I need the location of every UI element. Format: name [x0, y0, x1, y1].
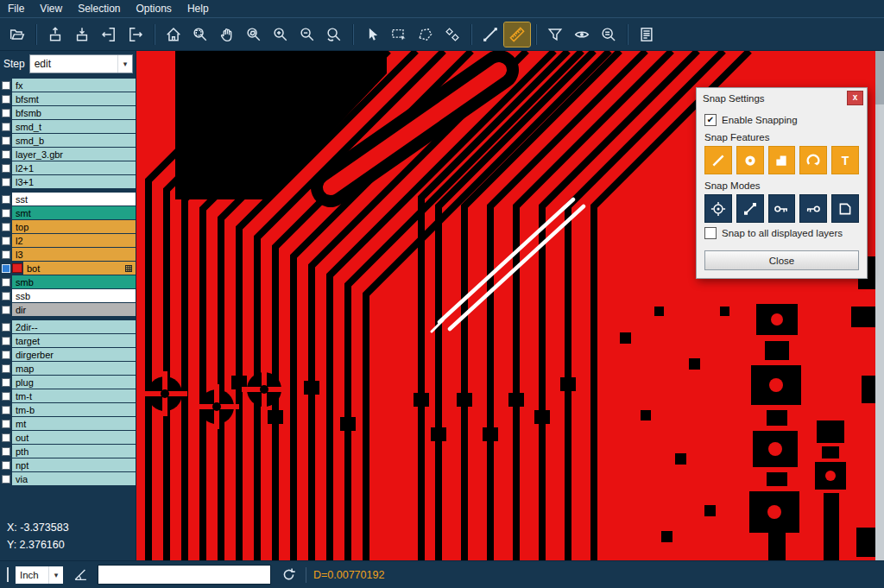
layer-row-npt[interactable]: npt [0, 458, 136, 471]
load-job-button[interactable] [96, 22, 122, 47]
layer-row-l3+1[interactable]: l3+1 [0, 175, 136, 188]
layer-row-l2+1[interactable]: l2+1 [0, 161, 136, 174]
checkbox-box[interactable]: ✔ [704, 114, 717, 126]
enable-snapping-checkbox[interactable]: ✔ Enable Snapping [704, 114, 859, 126]
zoom-window-button[interactable] [187, 22, 213, 47]
open-file-button[interactable] [4, 22, 30, 47]
layer-visibility-checkbox[interactable] [0, 458, 12, 471]
zoom-polygon-button[interactable] [241, 22, 267, 47]
layer-row-2dir--[interactable]: 2dir-- [0, 320, 136, 333]
find-net-button[interactable] [596, 22, 622, 47]
layer-row-sst[interactable]: sst [0, 193, 136, 205]
layer-visibility-checkbox[interactable] [0, 234, 12, 247]
dialog-titlebar[interactable]: Snap Settings x [697, 88, 867, 108]
zoom-home-button[interactable] [161, 22, 186, 47]
layer-visibility-checkbox[interactable] [0, 193, 12, 205]
layer-row-layer_3.gbr[interactable]: layer_3.gbr [0, 148, 136, 161]
step-select[interactable]: edit ▾ [29, 54, 133, 73]
snap-to-corner-button[interactable] [768, 146, 796, 174]
layer-row-pth[interactable]: pth [0, 445, 136, 458]
scrollbar-thumb[interactable] [875, 51, 884, 104]
layer-row-bot[interactable]: bot [0, 262, 136, 275]
layer-visibility-checkbox[interactable] [0, 403, 12, 416]
layer-row-bfsmb[interactable]: bfsmb [0, 106, 136, 119]
layer-visibility-checkbox[interactable] [0, 79, 12, 92]
layer-visibility-checkbox[interactable] [0, 445, 12, 458]
layer-row-l3[interactable]: l3 [0, 248, 136, 261]
snap-to-line-button[interactable] [704, 146, 732, 174]
view-options-button[interactable] [569, 22, 595, 47]
layer-visibility-checkbox[interactable] [0, 376, 12, 389]
menu-file[interactable]: File [0, 1, 32, 16]
layer-row-plug[interactable]: plug [0, 376, 136, 389]
layer-row-out[interactable]: out [0, 431, 136, 444]
layer-visibility-checkbox[interactable] [0, 220, 12, 233]
layer-visibility-checkbox[interactable] [0, 262, 12, 275]
layer-row-dirgerber[interactable]: dirgerber [0, 348, 136, 361]
refresh-icon[interactable] [278, 565, 299, 585]
layer-row-ssb[interactable]: ssb [0, 289, 136, 302]
pan-button[interactable] [214, 22, 240, 47]
layer-row-top[interactable]: top [0, 220, 136, 233]
layer-row-bfsmt[interactable]: bfsmt [0, 92, 136, 105]
layer-visibility-checkbox[interactable] [0, 334, 12, 347]
layer-visibility-checkbox[interactable] [0, 348, 12, 361]
gerber-canvas[interactable]: Snap Settings x ✔ Enable Snapping Snap F… [136, 51, 884, 560]
select-pointer-button[interactable] [359, 22, 385, 47]
snap-to-text-button[interactable]: T [831, 146, 859, 174]
layer-visibility-checkbox[interactable] [0, 161, 12, 174]
layer-row-map[interactable]: map [0, 362, 136, 375]
draw-line-button[interactable] [477, 22, 503, 47]
save-job-button[interactable] [123, 22, 148, 47]
layer-visibility-checkbox[interactable] [0, 389, 12, 402]
layer-visibility-checkbox[interactable] [0, 417, 12, 430]
menu-view[interactable]: View [32, 1, 70, 16]
layer-row-fx[interactable]: fx [0, 79, 136, 92]
layer-visibility-checkbox[interactable] [0, 175, 12, 188]
angle-tool-button[interactable] [70, 565, 91, 585]
layer-row-mt[interactable]: mt [0, 417, 136, 430]
layer-visibility-checkbox[interactable] [0, 320, 12, 333]
measure-button[interactable] [504, 22, 530, 47]
snap-mode-outline-button[interactable] [831, 194, 859, 223]
layer-visibility-checkbox[interactable] [0, 303, 12, 316]
layer-row-smd_b[interactable]: smd_b [0, 134, 136, 147]
layer-row-dir[interactable]: dir [0, 303, 136, 316]
select-rectangle-button[interactable] [386, 22, 412, 47]
layer-row-l2[interactable]: l2 [0, 234, 136, 247]
import-layers-button[interactable] [42, 22, 68, 47]
layer-visibility-checkbox[interactable] [0, 362, 12, 375]
export-layers-button[interactable] [69, 22, 95, 47]
menu-selection[interactable]: Selection [70, 1, 128, 16]
zoom-previous-button[interactable] [321, 22, 347, 47]
zoom-in-button[interactable] [268, 22, 294, 47]
filter-button[interactable] [542, 22, 568, 47]
layer-row-smb[interactable]: smb [0, 275, 136, 288]
layer-visibility-checkbox[interactable] [0, 431, 12, 444]
layer-visibility-checkbox[interactable] [0, 120, 12, 133]
layer-visibility-checkbox[interactable] [0, 275, 12, 288]
layer-row-tm-b[interactable]: tm-b [0, 403, 136, 416]
snap-mode-center-button[interactable] [704, 194, 732, 223]
layer-row-via[interactable]: via [0, 472, 136, 485]
layer-visibility-checkbox[interactable] [0, 92, 12, 105]
layer-visibility-checkbox[interactable] [0, 289, 12, 302]
select-polygon-button[interactable] [413, 22, 439, 47]
layer-visibility-checkbox[interactable] [0, 106, 12, 119]
layer-visibility-checkbox[interactable] [0, 248, 12, 261]
unit-select[interactable]: Inch ▾ [16, 566, 63, 584]
vertical-scrollbar[interactable] [875, 51, 884, 560]
menu-options[interactable]: Options [129, 1, 180, 16]
menu-help[interactable]: Help [180, 1, 217, 16]
layer-visibility-checkbox[interactable] [0, 134, 12, 147]
snap-all-layers-checkbox[interactable]: Snap to all displayed layers [704, 227, 859, 239]
select-multiple-button[interactable] [439, 22, 465, 47]
dialog-close-icon[interactable]: x [847, 91, 863, 105]
snap-mode-slot-right-button[interactable] [799, 194, 827, 223]
layer-visibility-checkbox[interactable] [0, 148, 12, 161]
layer-visibility-checkbox[interactable] [0, 472, 12, 485]
layer-row-smd_t[interactable]: smd_t [0, 120, 136, 133]
snap-to-arc-button[interactable] [799, 146, 827, 174]
checkbox-box[interactable] [704, 227, 717, 239]
layer-row-smt[interactable]: smt [0, 206, 136, 219]
